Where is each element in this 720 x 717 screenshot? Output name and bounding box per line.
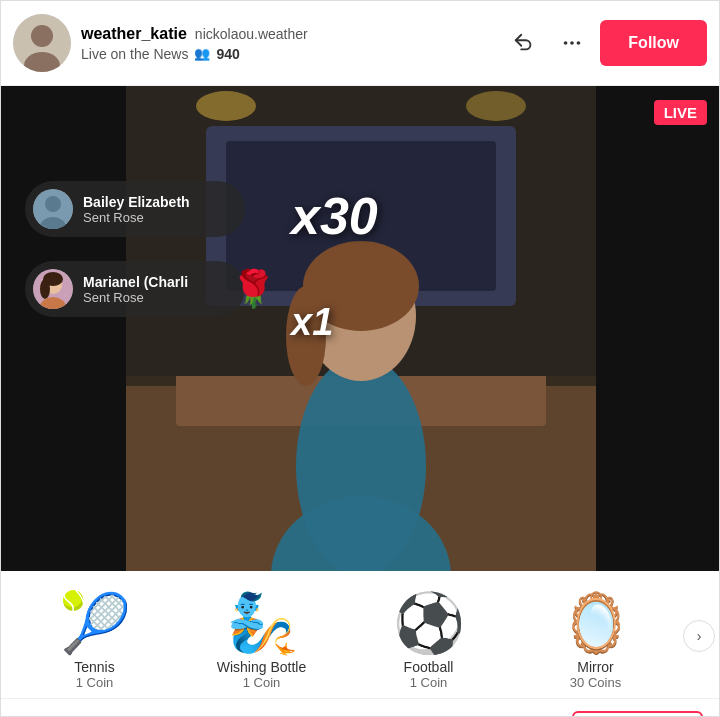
gift-item-tennis[interactable]: 🎾 Tennis 1 Coin <box>30 587 160 694</box>
toast-action-bailey: Sent Rose <box>83 210 190 225</box>
gift-item-mirror[interactable]: 🪞 Mirror 30 Coins <box>531 587 661 694</box>
gifts-scroll: 🎾 Tennis 1 Coin 🧞 Wishing Bottle 1 Coin … <box>1 587 719 694</box>
viewer-count: 940 <box>216 46 239 62</box>
gift-name-football: Football <box>404 659 454 675</box>
gift-emoji-mirror: 🪞 <box>560 591 632 655</box>
toast-action-marianel: Sent Rose <box>83 290 188 305</box>
scroll-right-button[interactable]: › <box>683 620 715 652</box>
toast-text-bailey: Bailey Elizabeth Sent Rose <box>83 194 190 225</box>
video-left-border <box>1 86 126 571</box>
video-container: LIVE x30 x1 Bailey Elizabeth Sent Rose <box>1 86 720 571</box>
toast-avatar-marianel <box>33 269 73 309</box>
gift-item-football[interactable]: ⚽ Football 1 Coin <box>364 587 494 694</box>
svg-point-5 <box>577 41 581 45</box>
gift-cost-football: 1 Coin <box>410 675 448 690</box>
svg-point-1 <box>31 25 53 47</box>
x1-overlay: x1 <box>291 301 333 344</box>
svg-point-26 <box>40 279 50 299</box>
avatar <box>13 14 71 72</box>
svg-point-20 <box>45 196 61 212</box>
x30-overlay: x30 <box>291 186 378 246</box>
gift-emoji-football: ⚽ <box>393 591 465 655</box>
bottom-panel: 🎾 Tennis 1 Coin 🧞 Wishing Bottle 1 Coin … <box>1 571 719 717</box>
viewers-icon: 👥 <box>194 46 210 61</box>
more-options-button[interactable] <box>552 23 592 63</box>
username: weather_katie <box>81 25 187 43</box>
get-coins-button[interactable]: Get Coins <box>572 711 703 717</box>
toast-text-marianel: Marianel (Charli Sent Rose <box>83 274 188 305</box>
follow-button[interactable]: Follow <box>600 20 707 66</box>
toast-name-bailey: Bailey Elizabeth <box>83 194 190 210</box>
toast-name-marianel: Marianel (Charli <box>83 274 188 290</box>
share-button[interactable] <box>504 23 544 63</box>
gift-emoji-tennis: 🎾 <box>59 591 131 655</box>
gift-name-tennis: Tennis <box>74 659 114 675</box>
video-scene <box>126 86 596 571</box>
toast-marianel: Marianel (Charli Sent Rose <box>25 261 245 317</box>
svg-point-15 <box>296 356 426 571</box>
gifts-row: 🎾 Tennis 1 Coin 🧞 Wishing Bottle 1 Coin … <box>1 579 719 694</box>
coin-bar: Coin Balance: 0 🪙 Get Coins <box>1 698 719 717</box>
live-on-label: Live on the News <box>81 46 188 62</box>
gift-name-wishing-bottle: Wishing Bottle <box>217 659 306 675</box>
gift-name-mirror: Mirror <box>577 659 614 675</box>
live-badge: LIVE <box>654 100 707 125</box>
svg-point-13 <box>466 91 526 121</box>
svg-point-4 <box>571 41 575 45</box>
svg-point-12 <box>196 91 256 121</box>
toast-avatar-bailey <box>33 189 73 229</box>
gift-cost-wishing-bottle: 1 Coin <box>243 675 281 690</box>
display-name: nickolaou.weather <box>195 26 308 42</box>
rose-emoji: 🌹 <box>231 268 276 310</box>
gift-item-wishing-bottle[interactable]: 🧞 Wishing Bottle 1 Coin <box>197 587 327 694</box>
header: weather_katie nickolaou.weather Live on … <box>1 1 719 86</box>
header-info: weather_katie nickolaou.weather Live on … <box>81 25 504 62</box>
gift-cost-mirror: 30 Coins <box>570 675 621 690</box>
svg-point-3 <box>564 41 568 45</box>
toast-bailey: Bailey Elizabeth Sent Rose <box>25 181 245 237</box>
video-right-border <box>596 86 720 571</box>
gift-emoji-wishing-bottle: 🧞 <box>226 591 298 655</box>
header-actions: Follow <box>504 20 707 66</box>
gift-cost-tennis: 1 Coin <box>76 675 114 690</box>
